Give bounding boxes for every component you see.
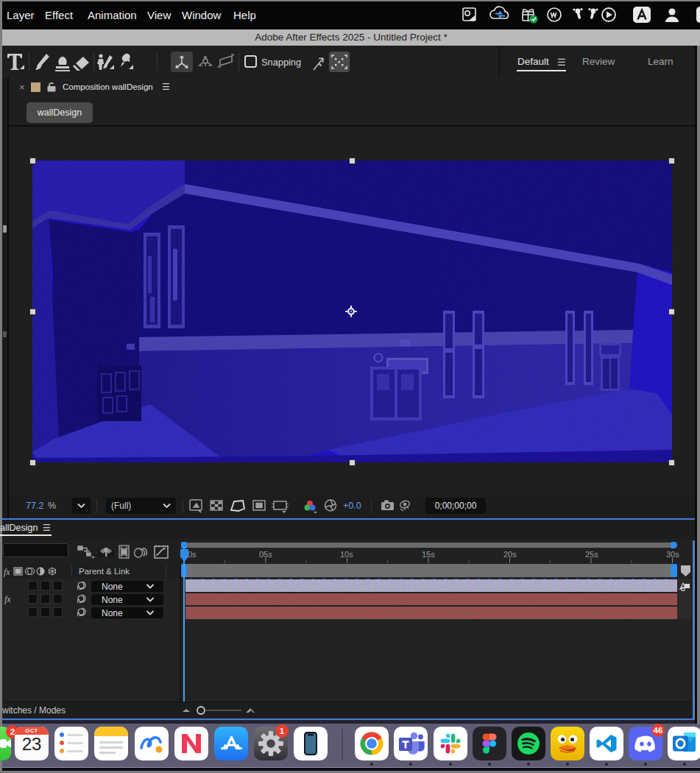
svg-text:fx: fx [4, 567, 10, 577]
svg-text:Snapping: Snapping [261, 57, 301, 68]
svg-text:+0.0: +0.0 [343, 501, 361, 511]
